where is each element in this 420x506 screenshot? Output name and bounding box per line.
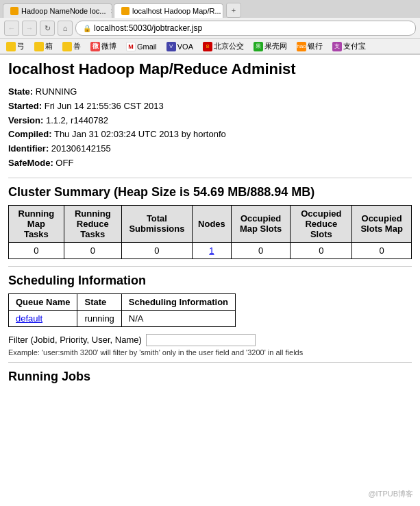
cell-occupied-slots-map: 0 xyxy=(352,242,412,258)
bookmark-bank[interactable]: hao 银行 xyxy=(295,40,325,52)
filter-input[interactable] xyxy=(146,334,256,346)
address-bar[interactable]: 🔒 localhost:50030/jobtracker.jsp xyxy=(75,21,416,36)
tab-icon-1 xyxy=(10,7,18,15)
scheduling-table: Queue Name State Scheduling Information … xyxy=(8,293,236,327)
new-tab-button[interactable]: + xyxy=(226,3,241,18)
bookmark-icon-alipay: 支 xyxy=(332,42,342,51)
bookmark-label-bus: 北京公交 xyxy=(214,41,244,51)
bookmark-voa[interactable]: V VOA xyxy=(164,41,195,52)
tab-icon-2 xyxy=(121,7,129,15)
bookmark-weibo[interactable]: 微 微博 xyxy=(88,40,119,52)
info-section: State: RUNNING Started: Fri Jun 14 21:55… xyxy=(8,85,412,171)
cell-occupied-map: 0 xyxy=(231,242,291,258)
tab-hadoop-mapreduce[interactable]: localhost Hadoop Map/R... ✕ xyxy=(114,3,223,18)
bookmark-icon-beast xyxy=(62,42,72,51)
safemode-row: SafeMode: OFF xyxy=(8,156,412,171)
bookmark-icon-bus: 8 xyxy=(203,42,212,51)
bookmark-label-box: 箱 xyxy=(45,41,53,51)
filter-section: Filter (Jobid, Priority, User, Name) Exa… xyxy=(8,334,412,357)
url-text: localhost:50030/jobtracker.jsp xyxy=(94,23,202,33)
bookmark-beast[interactable]: 兽 xyxy=(60,40,83,52)
bookmark-label-beast: 兽 xyxy=(73,41,81,51)
home-button[interactable]: ⌂ xyxy=(58,21,73,36)
bookmark-icon-bow xyxy=(6,42,16,51)
cell-total-submissions: 0 xyxy=(121,242,192,258)
bookmark-gmail[interactable]: M Gmail xyxy=(124,41,159,52)
tab-bar: Hadoop NameNode loc... ✕ localhost Hadoo… xyxy=(0,0,420,18)
bookmark-icon-bank: hao xyxy=(297,42,306,51)
state-value: RUNNING xyxy=(36,86,77,97)
sched-cell-state: running xyxy=(77,310,121,326)
state-label: State: xyxy=(8,86,33,97)
col-header-running-reduce: Running Reduce Tasks xyxy=(64,205,121,242)
bookmark-label-alipay: 支付宝 xyxy=(343,41,366,51)
sched-col-queue: Queue Name xyxy=(9,293,77,310)
cluster-table: Running Map Tasks Running Reduce Tasks T… xyxy=(8,205,412,259)
tab-label-1: Hadoop NameNode loc... xyxy=(21,7,106,15)
page-content: localhost Hadoop Map/Reduce Administ Sta… xyxy=(0,55,420,389)
identifier-label: Identifier: xyxy=(8,143,49,154)
back-button[interactable]: ← xyxy=(4,21,19,36)
reload-button[interactable]: ↻ xyxy=(40,21,55,36)
bookmark-icon-weibo: 微 xyxy=(90,42,100,51)
tab-label-2: localhost Hadoop Map/R... xyxy=(132,7,221,15)
tab-close-1[interactable]: ✕ xyxy=(110,8,112,15)
running-jobs-title: Running Jobs xyxy=(8,370,412,384)
cell-occupied-reduce: 0 xyxy=(291,242,352,258)
started-label: Started: xyxy=(8,101,42,111)
sched-row-default: default running N/A xyxy=(9,310,236,326)
divider-1 xyxy=(8,178,412,178)
compiled-value: Thu Jan 31 02:03:24 UTC 2013 by hortonfo xyxy=(54,129,226,139)
safemode-label: SafeMode: xyxy=(8,158,53,168)
col-header-nodes: Nodes xyxy=(193,205,232,242)
version-label: Version: xyxy=(8,115,43,125)
bookmark-label-weibo: 微博 xyxy=(101,41,116,51)
cell-nodes[interactable]: 1 xyxy=(193,242,232,258)
bookmark-bow[interactable]: 弓 xyxy=(4,40,27,52)
sched-col-state: State xyxy=(77,293,121,310)
lock-icon: 🔒 xyxy=(83,25,91,32)
sched-cell-info: N/A xyxy=(121,310,235,326)
bookmark-bus[interactable]: 8 北京公交 xyxy=(201,40,246,52)
state-row: State: RUNNING xyxy=(8,85,412,99)
bookmarks-bar: 弓 箱 兽 微 微博 M Gmail V VOA 8 北京公交 果 果壳网 xyxy=(0,39,420,54)
sched-col-info: Scheduling Information xyxy=(121,293,235,310)
filter-row: Filter (Jobid, Priority, User, Name) xyxy=(8,334,412,346)
started-value: Fri Jun 14 21:55:36 CST 2013 xyxy=(45,101,164,111)
bookmark-label-voa: VOA xyxy=(177,43,193,51)
bookmark-label-bank: 银行 xyxy=(308,41,323,51)
nav-bar: ← → ↻ ⌂ 🔒 localhost:50030/jobtracker.jsp xyxy=(0,18,420,39)
divider-2 xyxy=(8,266,412,267)
bookmark-alipay[interactable]: 支 支付宝 xyxy=(330,40,368,52)
safemode-value: OFF xyxy=(55,158,73,168)
cell-running-map: 0 xyxy=(9,242,64,258)
queue-link-default[interactable]: default xyxy=(16,313,42,324)
tab-hadoop-namenode[interactable]: Hadoop NameNode loc... ✕ xyxy=(3,3,112,18)
col-header-total-submissions: Total Submissions xyxy=(121,205,192,242)
forward-button[interactable]: → xyxy=(22,21,37,36)
page-title: localhost Hadoop Map/Reduce Administ xyxy=(8,60,412,78)
col-header-occupied-reduce: Occupied Reduce Slots xyxy=(291,205,352,242)
identifier-value: 201306142155 xyxy=(51,143,111,154)
version-value: 1.1.2, r1440782 xyxy=(46,115,108,125)
browser-chrome: Hadoop NameNode loc... ✕ localhost Hadoo… xyxy=(0,0,420,55)
bookmark-box[interactable]: 箱 xyxy=(32,40,55,52)
cluster-summary-title: Cluster Summary (Heap Size is 54.69 MB/8… xyxy=(8,185,412,200)
bookmark-icon-guoke: 果 xyxy=(254,42,263,51)
identifier-row: Identifier: 201306142155 xyxy=(8,142,412,156)
bookmark-icon-box xyxy=(34,42,44,51)
bookmark-icon-gmail: M xyxy=(126,42,136,51)
bookmark-guoke[interactable]: 果 果壳网 xyxy=(251,40,289,52)
bookmark-label-gmail: Gmail xyxy=(137,43,157,51)
bookmark-label-guoke: 果壳网 xyxy=(264,41,287,51)
filter-label: Filter (Jobid, Priority, User, Name) xyxy=(8,335,142,345)
scheduling-title: Scheduling Information xyxy=(8,274,412,288)
compiled-row: Compiled: Thu Jan 31 02:03:24 UTC 2013 b… xyxy=(8,128,412,142)
bookmark-label-bow: 弓 xyxy=(17,41,25,51)
nodes-link[interactable]: 1 xyxy=(209,245,214,256)
version-row: Version: 1.1.2, r1440782 xyxy=(8,114,412,128)
cell-running-reduce: 0 xyxy=(64,242,121,258)
cluster-data-row: 0 0 0 1 0 0 0 xyxy=(9,242,412,258)
sched-cell-queue[interactable]: default xyxy=(9,310,77,326)
compiled-label: Compiled: xyxy=(8,129,52,139)
